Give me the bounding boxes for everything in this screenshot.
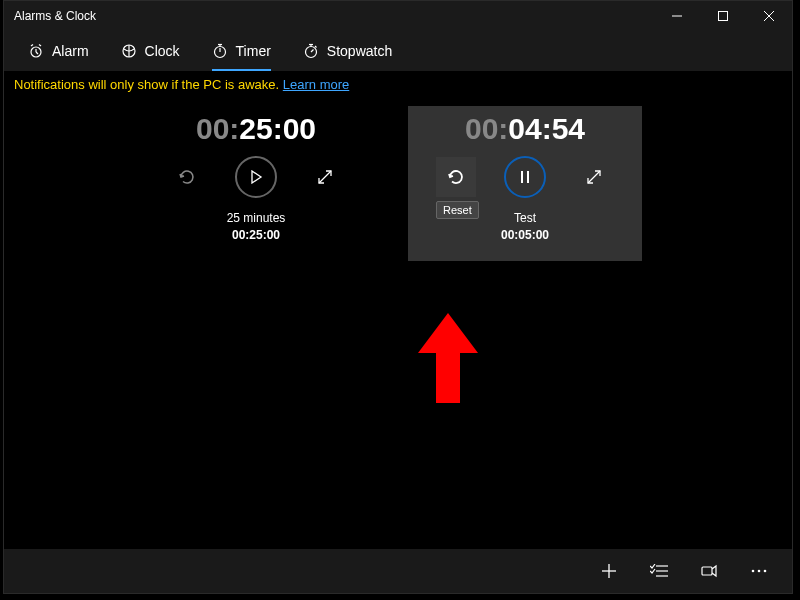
close-button[interactable] — [746, 1, 792, 31]
play-icon — [249, 170, 263, 184]
timer-card-test[interactable]: 00:04:54 Reset Test 00:05:00 — [408, 106, 642, 261]
pause-icon — [519, 170, 531, 184]
tab-stopwatch[interactable]: Stopwatch — [287, 31, 408, 71]
svg-line-7 — [31, 45, 33, 47]
timer-time: 04:54 — [508, 112, 585, 145]
expand-button[interactable] — [574, 157, 614, 197]
stopwatch-icon — [303, 43, 319, 59]
reset-tooltip: Reset — [436, 201, 479, 219]
plus-icon — [601, 563, 617, 579]
expand-icon — [317, 169, 333, 185]
expand-button[interactable] — [305, 157, 345, 197]
notification-text: Notifications will only show if the PC i… — [14, 77, 283, 92]
notification-bar: Notifications will only show if the PC i… — [4, 71, 792, 98]
app-window: Alarms & Clock Alarm Clock Timer Stopwat… — [3, 0, 793, 594]
svg-point-34 — [764, 570, 767, 573]
timer-hours: 00: — [465, 112, 508, 145]
minimize-button[interactable] — [654, 1, 700, 31]
timer-display: 00:25:00 — [146, 106, 366, 146]
timer-time: 25:00 — [239, 112, 316, 145]
tab-bar: Alarm Clock Timer Stopwatch — [4, 31, 792, 71]
maximize-button[interactable] — [700, 1, 746, 31]
timer-icon — [212, 43, 228, 59]
expand-icon — [586, 169, 602, 185]
svg-line-8 — [39, 45, 41, 47]
tab-label: Clock — [145, 43, 180, 59]
timer-meta: 25 minutes 00:25:00 — [146, 210, 366, 244]
reset-icon — [446, 167, 466, 187]
ellipsis-icon — [751, 569, 767, 573]
list-check-icon — [650, 564, 668, 578]
pause-button[interactable] — [504, 156, 546, 198]
tab-label: Stopwatch — [327, 43, 392, 59]
arrow-up-icon — [418, 313, 478, 403]
tab-label: Timer — [236, 43, 271, 59]
reset-icon — [177, 167, 197, 187]
window-controls — [654, 1, 792, 31]
timer-controls — [146, 156, 366, 198]
svg-marker-25 — [418, 313, 478, 403]
tab-clock[interactable]: Clock — [105, 31, 196, 71]
timer-display: 00:04:54 — [408, 106, 642, 146]
add-button[interactable] — [584, 549, 634, 593]
pin-button[interactable] — [684, 549, 734, 593]
timer-card-25min[interactable]: 00:25:00 25 minutes 00:25:00 — [146, 106, 366, 244]
timer-duration: 00:05:00 — [408, 227, 642, 244]
svg-line-21 — [319, 171, 331, 183]
tab-alarm[interactable]: Alarm — [12, 31, 105, 71]
bottom-bar — [4, 549, 792, 593]
tab-label: Alarm — [52, 43, 89, 59]
select-button[interactable] — [634, 549, 684, 593]
content-area: 00:25:00 25 minutes 00:25:00 00:04:5 — [4, 98, 792, 549]
clock-icon — [121, 43, 137, 59]
learn-more-link[interactable]: Learn more — [283, 77, 349, 92]
svg-rect-31 — [702, 567, 712, 575]
timer-duration: 00:25:00 — [146, 227, 366, 244]
svg-point-32 — [752, 570, 755, 573]
alarm-icon — [28, 43, 44, 59]
play-button[interactable] — [235, 156, 277, 198]
timer-controls: Reset — [408, 156, 642, 198]
svg-line-19 — [315, 46, 317, 48]
reset-button[interactable]: Reset — [436, 157, 476, 197]
svg-line-24 — [588, 171, 600, 183]
svg-rect-1 — [719, 12, 728, 21]
svg-line-6 — [36, 52, 38, 54]
pin-icon — [701, 563, 717, 579]
tab-timer[interactable]: Timer — [196, 31, 287, 71]
svg-marker-20 — [252, 171, 261, 183]
titlebar: Alarms & Clock — [4, 1, 792, 31]
reset-button[interactable] — [167, 157, 207, 197]
svg-point-33 — [758, 570, 761, 573]
timer-name: 25 minutes — [146, 210, 366, 227]
timer-hours: 00: — [196, 112, 239, 145]
svg-line-16 — [311, 50, 314, 53]
annotation-arrow — [418, 313, 478, 403]
more-button[interactable] — [734, 549, 784, 593]
window-title: Alarms & Clock — [4, 9, 96, 23]
